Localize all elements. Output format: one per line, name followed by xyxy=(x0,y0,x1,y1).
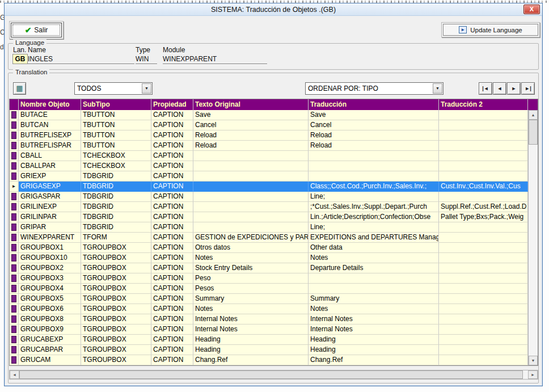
grid-cell-nombre-objeto[interactable]: GRUCAM xyxy=(19,355,81,365)
grid-cell-traduccion-2[interactable] xyxy=(439,161,528,171)
grid-cell-subtipo[interactable]: TDBGRID xyxy=(81,222,151,233)
grid-cell-propiedad[interactable]: CAPTION xyxy=(151,161,193,171)
grid-cell-propiedad[interactable]: CAPTION xyxy=(151,120,193,130)
grid-cell-traduccion-2[interactable] xyxy=(439,151,528,161)
scroll-left-icon[interactable]: ◄ xyxy=(10,370,19,379)
grid-cell-subtipo[interactable]: TGROUPBOX xyxy=(81,314,151,324)
table-row[interactable]: GROUPBOX9 TGROUPBOX CAPTION Internal Not… xyxy=(10,324,528,335)
table-row[interactable]: BUTREFLISEXP TBUTTON CAPTION Reload Relo… xyxy=(10,130,528,141)
grid-cell-nombre-objeto[interactable]: GRILINPAR xyxy=(19,212,81,222)
grid-cell-subtipo[interactable]: TGROUPBOX xyxy=(81,345,151,355)
grid-cell-propiedad[interactable]: CAPTION xyxy=(151,182,193,192)
grid-cell-subtipo[interactable]: TDBGRID xyxy=(81,202,151,212)
grid-cell-propiedad[interactable]: CAPTION xyxy=(151,141,193,151)
table-row[interactable]: GROUPBOX8 TGROUPBOX CAPTION Internal Not… xyxy=(10,314,528,324)
column-header-nombre-objeto[interactable]: Nombre Objeto xyxy=(19,99,81,110)
grid-cell-propiedad[interactable]: CAPTION xyxy=(151,192,193,202)
grid-cell-traduccion[interactable]: Class;;Cost.Cod.;Purch.Inv.;Sales.Inv.; xyxy=(309,182,439,192)
column-header-propiedad[interactable]: Propiedad xyxy=(151,99,193,110)
table-row[interactable]: CBALL TCHECKBOX CAPTION xyxy=(10,151,528,161)
grid-cell-traduccion-2[interactable] xyxy=(439,345,528,355)
grid-cell-traduccion[interactable] xyxy=(309,171,439,182)
grid-cell-traduccion-2[interactable] xyxy=(439,120,528,130)
grid-cell-texto-original[interactable]: Heading xyxy=(193,345,309,355)
grid-cell-traduccion[interactable]: Internal Notes xyxy=(309,324,439,335)
grid-cell-texto-original[interactable]: Reload xyxy=(193,141,309,151)
table-row[interactable]: GRUCABEXP TGROUPBOX CAPTION Heading Head… xyxy=(10,335,528,345)
module-field[interactable]: WINEXPPARENT xyxy=(163,54,267,64)
grid-cell-propiedad[interactable]: CAPTION xyxy=(151,171,193,182)
grid-cell-propiedad[interactable]: CAPTION xyxy=(151,222,193,233)
grid-cell-texto-original[interactable]: Notes xyxy=(193,304,309,314)
close-button[interactable]: X xyxy=(523,5,540,14)
grid-cell-nombre-objeto[interactable]: GROUPBOX8 xyxy=(19,314,81,324)
name-field[interactable]: INGLES xyxy=(28,54,134,64)
grid-cell-nombre-objeto[interactable]: BUTCAN xyxy=(19,120,81,130)
grid-cell-subtipo[interactable]: TDBGRID xyxy=(81,171,151,182)
grid-cell-nombre-objeto[interactable]: GRIGASEXP xyxy=(19,182,81,192)
grid-cell-traduccion[interactable]: Reload xyxy=(309,141,439,151)
grid-cell-subtipo[interactable]: TGROUPBOX xyxy=(81,304,151,314)
grid-cell-traduccion[interactable] xyxy=(309,161,439,171)
grid-cell-propiedad[interactable]: CAPTION xyxy=(151,130,193,141)
grid-cell-traduccion-2[interactable] xyxy=(439,130,528,141)
grid-cell-propiedad[interactable]: CAPTION xyxy=(151,314,193,324)
scroll-right-icon[interactable]: ► xyxy=(528,370,538,379)
grid-cell-nombre-objeto[interactable]: GROUPBOX2 xyxy=(19,263,81,273)
grid-cell-nombre-objeto[interactable]: CBALLPAR xyxy=(19,161,81,171)
grid-cell-traduccion[interactable]: Cancel xyxy=(309,120,439,130)
nav-first-button[interactable]: |◄ xyxy=(479,82,492,95)
grid-cell-propiedad[interactable]: CAPTION xyxy=(151,355,193,365)
grid-cell-traduccion[interactable]: Notes xyxy=(309,253,439,263)
grid-cell-traduccion[interactable]: Chang.Ref xyxy=(309,355,439,365)
grid-cell-propiedad[interactable]: CAPTION xyxy=(151,345,193,355)
grid-cell-subtipo[interactable]: TBUTTON xyxy=(81,110,151,120)
grid-cell-nombre-objeto[interactable]: GRILINEXP xyxy=(19,202,81,212)
grid-cell-traduccion[interactable]: Internal Notes xyxy=(309,314,439,324)
grid-cell-nombre-objeto[interactable]: GROUPBOX1 xyxy=(19,243,81,253)
nav-next-button[interactable]: ► xyxy=(507,82,521,95)
grid-cell-texto-original[interactable] xyxy=(193,202,309,212)
grid-cell-texto-original[interactable]: Stock Entry Details xyxy=(193,263,309,273)
grid-cell-traduccion[interactable] xyxy=(309,284,439,294)
grid-cell-nombre-objeto[interactable]: GROUPBOX10 xyxy=(19,253,81,263)
table-row[interactable]: GRIPAR TDBGRID CAPTION Line; xyxy=(10,222,528,233)
table-row[interactable]: BUTCAN TBUTTON CAPTION Cancel Cancel xyxy=(10,120,528,130)
grid-cell-nombre-objeto[interactable]: GRIGASPAR xyxy=(19,192,81,202)
grid-cell-traduccion-2[interactable] xyxy=(439,243,528,253)
grid-cell-traduccion[interactable]: Save xyxy=(309,110,439,120)
grid-cell-subtipo[interactable]: TGROUPBOX xyxy=(81,243,151,253)
grid-cell-propiedad[interactable]: CAPTION xyxy=(151,110,193,120)
grid-cell-traduccion[interactable] xyxy=(309,151,439,161)
title-bar[interactable]: SISTEMA: Traducción de Objetos .(GB) X xyxy=(5,3,542,16)
scroll-up-icon[interactable]: ▲ xyxy=(529,110,538,120)
grid-cell-subtipo[interactable]: TDBGRID xyxy=(81,212,151,222)
grid-cell-traduccion-2[interactable]: Suppl.Ref.;Cust.Ref.;Load.D xyxy=(439,202,528,212)
grid-cell-nombre-objeto[interactable]: BUTREFLISEXP xyxy=(19,130,81,141)
horizontal-scrollbar-thumb[interactable] xyxy=(19,370,523,379)
column-header-traduccion[interactable]: Traducción xyxy=(309,99,439,110)
grid-cell-texto-original[interactable]: Save xyxy=(193,110,309,120)
table-row[interactable]: GRUCABPAR TGROUPBOX CAPTION Heading Head… xyxy=(10,345,528,355)
grid-cell-texto-original[interactable]: Summary xyxy=(193,294,309,304)
grid-cell-traduccion[interactable]: Other data xyxy=(309,243,439,253)
grid-cell-propiedad[interactable]: CAPTION xyxy=(151,335,193,345)
grid-cell-subtipo[interactable]: TDBGRID xyxy=(81,182,151,192)
grid-cell-texto-original[interactable]: Peso xyxy=(193,273,309,284)
table-row[interactable]: GRIGASEXP TDBGRID CAPTION Class;;Cost.Co… xyxy=(10,182,528,192)
export-grid-button[interactable]: ▦ xyxy=(13,82,26,95)
grid-cell-subtipo[interactable]: TCHECKBOX xyxy=(81,161,151,171)
grid-cell-nombre-objeto[interactable]: GRUCABEXP xyxy=(19,335,81,345)
grid-cell-traduccion-2[interactable] xyxy=(439,263,528,273)
grid-cell-traduccion-2[interactable] xyxy=(439,192,528,202)
grid-cell-propiedad[interactable]: CAPTION xyxy=(151,151,193,161)
grid-cell-texto-original[interactable] xyxy=(193,192,309,202)
table-row[interactable]: GROUPBOX5 TGROUPBOX CAPTION Summary Summ… xyxy=(10,294,528,304)
grid-cell-traduccion[interactable]: EXPEDITIONS and DEPARTURES Manag xyxy=(309,233,439,243)
grid-cell-traduccion-2[interactable] xyxy=(439,171,528,182)
update-language-button[interactable]: ► Update Language xyxy=(443,24,538,36)
grid-cell-texto-original[interactable]: Internal Notes xyxy=(193,314,309,324)
filter-dropdown[interactable]: TODOS ▼ xyxy=(74,82,153,95)
table-row[interactable]: GROUPBOX2 TGROUPBOX CAPTION Stock Entry … xyxy=(10,263,528,273)
grid-cell-subtipo[interactable]: TGROUPBOX xyxy=(81,284,151,294)
